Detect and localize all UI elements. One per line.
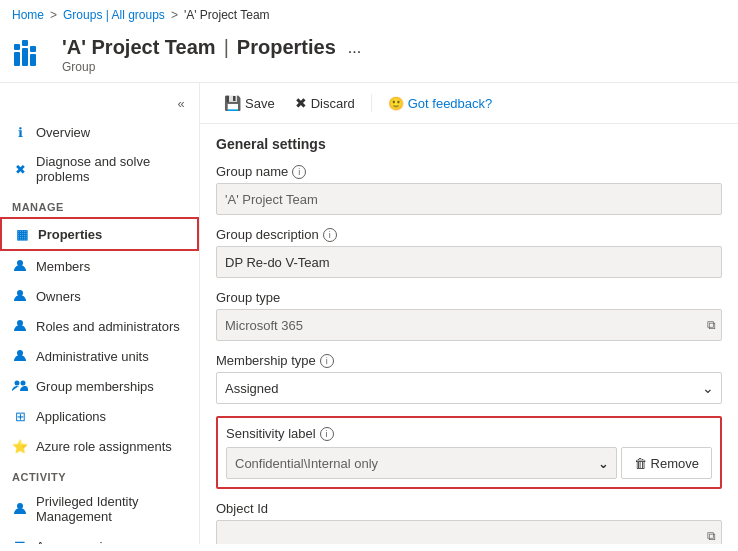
properties-icon: ▦	[14, 226, 30, 242]
sidebar: « ℹ Overview ✖ Diagnose and solve proble…	[0, 83, 200, 544]
svg-rect-6	[30, 54, 36, 66]
group-name-group: Group name i	[216, 164, 722, 215]
sidebar-item-owners[interactable]: Owners	[0, 281, 199, 311]
svg-point-11	[15, 381, 20, 386]
membership-type-info-icon: i	[320, 354, 334, 368]
header-subtitle: Group	[62, 60, 365, 74]
pim-icon	[12, 501, 28, 517]
breadcrumb-current: 'A' Project Team	[184, 8, 270, 22]
sidebar-item-group-memberships[interactable]: Group memberships	[0, 371, 199, 401]
main-layout: « ℹ Overview ✖ Diagnose and solve proble…	[0, 83, 738, 544]
sensitivity-label-row: Sensitivity label i	[226, 426, 712, 441]
breadcrumb-home[interactable]: Home	[12, 8, 44, 22]
membership-type-select[interactable]: Assigned	[216, 372, 722, 404]
sensitivity-label-info-icon: i	[320, 427, 334, 441]
svg-rect-2	[14, 52, 20, 66]
manage-section-label: Manage	[0, 191, 199, 217]
sidebar-item-diagnose[interactable]: ✖ Diagnose and solve problems	[0, 147, 199, 191]
roles-icon	[12, 318, 28, 334]
breadcrumb-groups[interactable]: Groups | All groups	[63, 8, 165, 22]
toolbar-divider	[371, 94, 372, 112]
group-description-group: Group description i	[216, 227, 722, 278]
form-area: General settings Group name i Group desc…	[200, 124, 738, 544]
sidebar-collapse-button[interactable]: «	[171, 93, 191, 113]
feedback-icon: 🙂	[388, 96, 404, 111]
group-description-input[interactable]	[216, 246, 722, 278]
sensitivity-label-input[interactable]	[226, 447, 617, 479]
discard-button[interactable]: ✖ Discard	[287, 91, 363, 115]
content-area: 💾 Save ✖ Discard 🙂 Got feedback? General…	[200, 83, 738, 544]
sidebar-item-overview[interactable]: ℹ Overview	[0, 117, 199, 147]
svg-rect-4	[22, 48, 28, 66]
svg-rect-1	[14, 44, 20, 50]
object-id-group: Object Id ⧉	[216, 501, 722, 544]
sidebar-item-properties[interactable]: ▦ Properties	[0, 217, 199, 251]
group-memberships-icon	[12, 378, 28, 394]
access-reviews-icon: ☰	[12, 538, 28, 544]
sensitivity-label-group: Sensitivity label i ⌄ 🗑 Remove	[216, 416, 722, 489]
object-id-input	[216, 520, 722, 544]
header-text: 'A' Project Team | Properties ... Group	[62, 36, 365, 74]
group-name-label: Group name i	[216, 164, 722, 179]
diagnose-icon: ✖	[12, 161, 28, 177]
ellipsis-button[interactable]: ...	[344, 39, 365, 57]
sidebar-item-roles[interactable]: Roles and administrators	[0, 311, 199, 341]
page-title: 'A' Project Team | Properties ...	[62, 36, 365, 59]
toolbar: 💾 Save ✖ Discard 🙂 Got feedback?	[200, 83, 738, 124]
applications-icon: ⊞	[12, 408, 28, 424]
object-id-copy-icon[interactable]: ⧉	[707, 529, 716, 543]
group-type-input	[216, 309, 722, 341]
membership-type-label: Membership type i	[216, 353, 722, 368]
save-button[interactable]: 💾 Save	[216, 91, 283, 115]
sidebar-item-azure-roles[interactable]: ⭐ Azure role assignments	[0, 431, 199, 461]
group-type-label: Group type	[216, 290, 722, 305]
overview-icon: ℹ	[12, 124, 28, 140]
trash-icon: 🗑	[634, 456, 647, 471]
page-header: 'A' Project Team | Properties ... Group	[0, 30, 738, 83]
remove-sensitivity-button[interactable]: 🗑 Remove	[621, 447, 712, 479]
breadcrumb: Home > Groups | All groups > 'A' Project…	[0, 0, 738, 30]
membership-type-group: Membership type i Assigned	[216, 353, 722, 404]
group-name-input[interactable]	[216, 183, 722, 215]
owners-icon	[12, 288, 28, 304]
feedback-link[interactable]: 🙂 Got feedback?	[380, 92, 501, 115]
sidebar-item-applications[interactable]: ⊞ Applications	[0, 401, 199, 431]
group-description-label: Group description i	[216, 227, 722, 242]
group-type-group: Group type ⧉	[216, 290, 722, 341]
group-description-info-icon: i	[323, 228, 337, 242]
sensitivity-input-row: ⌄ 🗑 Remove	[226, 447, 712, 479]
sidebar-item-members[interactable]: Members	[0, 251, 199, 281]
svg-rect-3	[22, 40, 28, 46]
svg-rect-5	[30, 46, 36, 52]
sidebar-item-access-reviews[interactable]: ☰ Access reviews	[0, 531, 199, 544]
save-icon: 💾	[224, 95, 241, 111]
discard-icon: ✖	[295, 95, 307, 111]
sidebar-item-admin-units[interactable]: Administrative units	[0, 341, 199, 371]
object-id-label: Object Id	[216, 501, 722, 516]
sidebar-item-pim[interactable]: Privileged Identity Management	[0, 487, 199, 531]
members-icon	[12, 258, 28, 274]
sidebar-wrapper: « ℹ Overview ✖ Diagnose and solve proble…	[0, 83, 200, 544]
group-header-icon	[12, 36, 48, 72]
admin-units-icon	[12, 348, 28, 364]
group-type-copy-icon[interactable]: ⧉	[707, 318, 716, 332]
azure-roles-icon: ⭐	[12, 438, 28, 454]
activity-section-label: Activity	[0, 461, 199, 487]
svg-point-12	[21, 381, 26, 386]
group-name-info-icon: i	[292, 165, 306, 179]
general-settings-title: General settings	[216, 136, 722, 152]
